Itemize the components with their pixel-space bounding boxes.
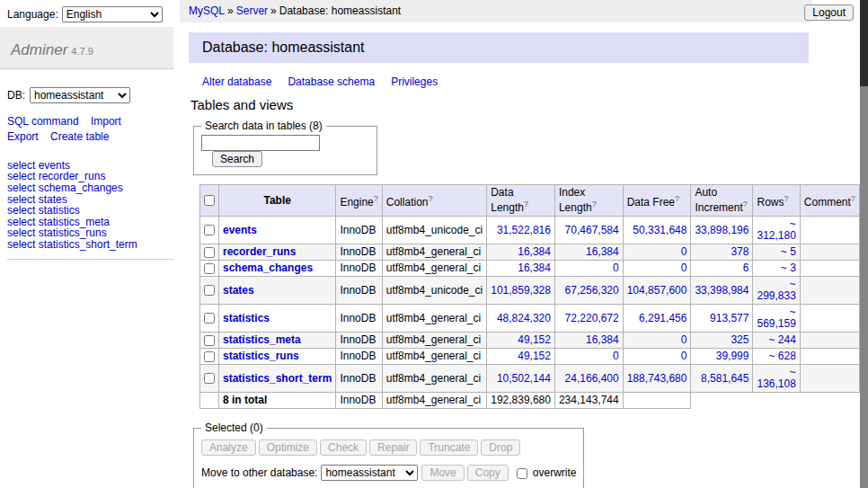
search-button[interactable]: Search [212,151,262,167]
analyze-button[interactable]: Analyze [201,439,256,456]
sidebar-table-link[interactable]: select statistics_short_term [7,238,137,251]
data-free-link[interactable]: 0 [681,245,687,258]
select-all-checkbox[interactable] [204,195,215,206]
data-length-link[interactable]: 16,384 [518,262,551,274]
index-length-link[interactable]: 16,384 [586,333,619,346]
selected-buttons: AnalyzeOptimizeCheckRepairTruncateDrop [201,439,576,456]
data-free-link[interactable]: 0 [681,350,687,362]
data-length-link[interactable]: 49,152 [518,333,551,346]
scrollbar-thumb[interactable] [860,0,868,86]
repair-button[interactable]: Repair [369,439,417,456]
data-free-link[interactable]: 6,291,456 [639,312,686,324]
optimize-button[interactable]: Optimize [259,439,317,456]
table-name-cell: recorder_runs [219,244,336,261]
index-length-link[interactable]: 72,220,672 [565,312,619,324]
data-free-link[interactable]: 50,331,648 [633,224,686,236]
rows-link[interactable]: ~ 5 [781,245,796,258]
data-length-link[interactable]: 16,384 [518,245,551,258]
auto-increment-cell: 39,999 [691,349,753,365]
help-icon: ? [428,194,432,203]
language-select[interactable]: English [62,6,163,22]
rows-link[interactable]: ~ 312,180 [757,217,795,242]
table-name-link[interactable]: statistics [223,312,270,324]
total-engine-cell: InnoDB [336,393,382,409]
copy-button[interactable]: Copy [467,465,509,481]
sidebar-link-export[interactable]: Export [7,130,39,143]
index-length-link[interactable]: 16,384 [586,245,619,258]
breadcrumb-server-link[interactable]: Server [236,4,268,17]
row-checkbox[interactable] [204,225,215,235]
auto-increment-link[interactable]: 8,581,645 [701,372,748,385]
auto-increment-link[interactable]: 913,577 [710,312,748,324]
sidebar-link-import[interactable]: Import [91,115,121,128]
auto-increment-link[interactable]: 39,999 [716,350,749,362]
move-database-select[interactable]: homeassistant [321,465,418,481]
search-input[interactable] [201,135,320,151]
sidebar-link-create-table[interactable]: Create table [50,130,109,143]
rows-link[interactable]: ~ 569,159 [757,306,795,330]
privileges-link[interactable]: Privileges [391,75,438,88]
data-length-link[interactable]: 49,152 [518,350,551,362]
row-checkbox[interactable] [204,313,215,324]
table-name-link[interactable]: statistics_short_term [223,372,332,385]
scrollbar[interactable] [860,0,868,488]
table-name-cell: statistics_short_term [219,365,336,393]
rows-link[interactable]: ~ 244 [768,333,795,346]
table-name-link[interactable]: events [223,224,257,236]
db-select[interactable]: homeassistant [30,87,130,103]
rows-link[interactable]: ~ 299,833 [757,278,795,302]
alter-database-link[interactable]: Alter database [202,75,271,88]
sidebar-link-sql-command[interactable]: SQL command [7,115,79,128]
move-button[interactable]: Move [421,465,464,481]
auto-increment-link[interactable]: 33,898,196 [695,224,748,236]
auto-increment-link[interactable]: 6 [743,262,749,274]
truncate-button[interactable]: Truncate [420,439,478,456]
data-free-cell: 104,857,600 [623,277,691,305]
rows-link[interactable]: ~ 136,108 [757,366,795,390]
selected-fieldset: Selected (0) AnalyzeOptimizeCheckRepairT… [193,421,584,488]
row-checkbox[interactable] [204,285,215,296]
data-free-link[interactable]: 104,857,600 [627,284,687,297]
data-length-link[interactable]: 10,502,144 [497,372,551,385]
database-schema-link[interactable]: Database schema [288,75,375,88]
table-name-link[interactable]: states [223,284,254,297]
auto-increment-link[interactable]: 325 [731,333,748,346]
row-checkbox[interactable] [204,351,215,362]
data-length-cell: 16,384 [487,244,555,261]
table-name-link[interactable]: statistics_meta [223,333,301,346]
table-name-link[interactable]: schema_changes [223,262,313,274]
overwrite-checkbox[interactable] [517,468,527,479]
index-length-link[interactable]: 0 [613,262,619,274]
data-free-link[interactable]: 188,743,680 [627,372,687,385]
data-length-link[interactable]: 48,824,320 [497,312,551,324]
column-header-engine: Engine? [336,185,382,217]
table-name-link[interactable]: recorder_runs [223,245,296,258]
total-index-length-cell: 234,143,744 [554,393,623,409]
drop-button[interactable]: Drop [481,439,520,456]
index-length-link[interactable]: 70,467,584 [565,224,619,236]
rows-link[interactable]: ~ 3 [781,262,796,274]
data-length-link[interactable]: 31,522,816 [497,224,551,236]
auto-increment-cell: 8,581,645 [691,365,753,393]
row-checkbox[interactable] [204,335,215,346]
table-name-link[interactable]: statistics_runs [223,350,299,362]
data-length-link[interactable]: 101,859,328 [491,284,551,297]
help-icon: ? [851,194,855,203]
row-check-cell [200,277,219,305]
index-length-link[interactable]: 67,256,320 [565,284,619,297]
index-length-link[interactable]: 24,166,400 [565,372,619,385]
row-checkbox[interactable] [204,247,215,258]
column-header-auto_increment: Auto Increment? [691,185,753,217]
auto-increment-link[interactable]: 378 [731,245,748,258]
row-checkbox[interactable] [204,263,215,274]
data-free-link[interactable]: 0 [681,262,687,274]
row-checkbox[interactable] [204,373,215,384]
row-check-cell [200,217,219,244]
rows-link[interactable]: ~ 628 [768,350,795,362]
breadcrumb-mysql-link[interactable]: MySQL [189,4,225,17]
data-free-link[interactable]: 0 [681,333,687,346]
index-length-link[interactable]: 0 [613,350,619,362]
check-button[interactable]: Check [320,439,367,456]
auto-increment-link[interactable]: 33,398,984 [695,284,748,297]
logout-button[interactable]: Logout [804,4,854,21]
